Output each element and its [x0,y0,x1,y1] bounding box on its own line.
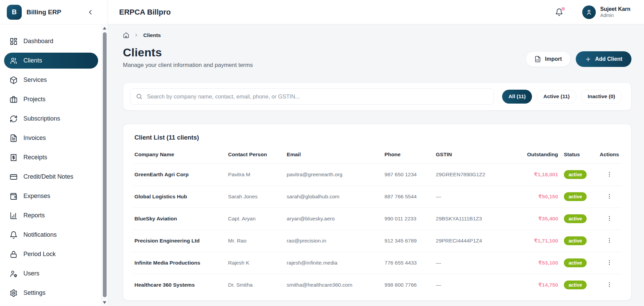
sidebar-nav: DashboardClientsServicesProjectsSubscrip… [0,24,108,306]
cell-actions [597,164,622,186]
table-row: GreenEarth Agri CorpPavitra Mpavitra@gre… [133,164,622,186]
page-title: Clients [123,46,253,59]
import-button[interactable]: Import [526,51,571,67]
cell-actions [597,274,622,296]
cell-company: Healthcare 360 Systems [133,274,228,296]
filter-all-11[interactable]: All (11) [502,90,532,104]
row-actions-button[interactable] [604,170,615,178]
person-icon [585,8,593,16]
page-content: Clients Clients Manage your client infor… [108,24,644,306]
sidebar: B Billing ERP DashboardClientsServicesPr… [0,0,108,306]
sidebar-item-label: Settings [23,289,45,296]
sidebar-item-dashboard[interactable]: Dashboard [4,33,98,49]
home-icon[interactable] [123,32,129,38]
sidebar-item-invoices[interactable]: Invoices [4,130,98,146]
row-actions-button[interactable] [604,236,615,245]
cell-status: active [558,252,597,274]
top-header: ERPCA Billpro Sujeet Karn Admin [108,0,644,24]
sidebar-item-expenses[interactable]: Expenses [4,188,98,204]
sidebar-item-users[interactable]: Users [4,266,98,282]
chevron-right-icon [134,33,139,38]
services-icon [10,76,18,84]
receipts-icon [10,154,18,162]
kebab-icon [606,237,613,244]
filter-inactive-0[interactable]: Inactive (0) [581,90,622,104]
column-header-phone: Phone [385,151,436,164]
row-actions-button[interactable] [604,192,615,200]
kebab-icon [606,259,613,266]
sidebar-item-label: Users [23,270,39,277]
column-header-actions: Actions [597,151,622,164]
search-box [130,88,494,105]
filter-active-11[interactable]: Active (11) [536,90,576,104]
cell-outstanding: ₹53,100 [516,252,558,274]
sidebar-item-period-lock[interactable]: Period Lock [4,246,98,262]
table-header-row: Company NameContact PersonEmailPhoneGSTI… [133,151,622,164]
sidebar-item-receipts[interactable]: Receipts [4,149,98,165]
chevron-left-icon [87,8,94,16]
cell-email: pavitra@greenearth.org [287,164,385,186]
cell-gstin: — [436,274,517,296]
cell-email: smitha@healthcare360.com [287,274,385,296]
cell-gstin: — [436,186,517,208]
cell-phone: 990 011 2233 [385,208,436,230]
user-menu[interactable]: Sujeet Karn Admin [582,5,630,19]
sidebar-item-settings[interactable]: Settings [4,285,98,301]
cell-contact: Pavitra M [228,164,287,186]
row-actions-button[interactable] [604,258,615,267]
sidebar-item-credit-debit-notes[interactable]: Credit/Debit Notes [4,169,98,185]
sidebar-item-projects[interactable]: Projects [4,91,98,107]
cell-phone: 912 345 6789 [385,230,436,252]
cell-phone: 998 800 7766 [385,274,436,296]
row-actions-button[interactable] [604,281,615,289]
cell-phone: 887 766 5544 [385,186,436,208]
sidebar-item-subscriptions[interactable]: Subscriptions [4,111,98,127]
status-badge: active [564,236,587,245]
add-client-button[interactable]: Add Client [576,51,631,67]
add-client-label: Add Client [595,56,622,62]
notification-dot [562,7,565,11]
cell-gstin: — [436,252,517,274]
cell-status: active [558,186,597,208]
cell-actions [597,252,622,274]
user-cog-icon [10,270,18,278]
cell-outstanding: ₹14,750 [516,274,558,296]
sidebar-scrollbar[interactable] [102,25,107,306]
invoices-icon [10,134,18,142]
kebab-icon [606,171,613,178]
sidebar-item-label: Expenses [23,193,50,200]
cell-contact: Dr. Smitha [228,274,287,296]
title-row: Clients Manage your client information a… [123,46,631,69]
app-logo: B [7,5,22,20]
app-window: B Billing ERP DashboardClientsServicesPr… [0,0,644,306]
sidebar-header: B Billing ERP [0,0,108,24]
cell-outstanding: ₹1,71,100 [516,230,558,252]
sidebar-item-label: Subscriptions [23,115,60,122]
cell-gstin: 29GREEN7890G1Z2 [436,164,517,186]
table-row: Global Logistics HubSarah Jonessarah@glo… [133,186,622,208]
sidebar-collapse-button[interactable] [85,7,95,17]
bell-icon [10,231,18,239]
search-input[interactable] [147,93,488,100]
row-actions-button[interactable] [604,214,615,222]
sidebar-item-label: Invoices [23,134,46,142]
column-header-company-name: Company Name [133,151,228,164]
column-header-gstin: GSTIN [436,151,517,164]
status-badge: active [564,281,587,289]
scroll-down-arrow[interactable] [103,301,106,304]
clients-icon [10,57,18,65]
cell-company: Global Logistics Hub [133,186,228,208]
cell-status: active [558,274,597,296]
sidebar-item-clients[interactable]: Clients [4,53,98,69]
scroll-up-arrow[interactable] [103,27,106,30]
cell-gstin: 29PRECI4444P1Z4 [436,230,517,252]
breadcrumb: Clients [123,32,631,38]
notifications-button[interactable] [555,8,563,16]
projects-icon [10,95,18,104]
sidebar-item-services[interactable]: Services [4,72,98,88]
scrollbar-thumb[interactable] [103,32,107,297]
reports-icon [10,212,18,220]
sidebar-item-notifications[interactable]: Notifications [4,227,98,243]
sidebar-item-reports[interactable]: Reports [4,208,98,223]
cell-status: active [558,164,597,186]
